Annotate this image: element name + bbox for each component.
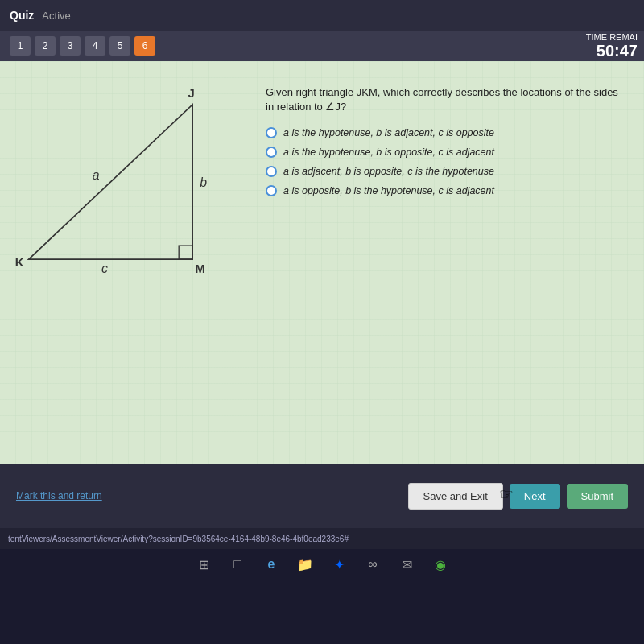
taskbar-windows-icon[interactable]: ⊞ [195,555,213,573]
nav-btn-5[interactable]: 5 [109,36,130,56]
answer-text-4: a is opposite, b is the hypotenuse, c is… [283,185,494,196]
label-c: c [101,262,108,275]
bottom-buttons: Save and Exit Next Submit [408,483,628,510]
answer-option-3[interactable]: a is adjacent, b is opposite, c is the h… [266,166,628,177]
next-button[interactable]: Next [510,484,560,509]
nav-bar: 123456 TIME REMAI 50:47 [0,31,644,61]
taskbar-dropbox-icon[interactable]: ✦ [330,555,348,573]
nav-btn-6[interactable]: 6 [134,36,155,56]
taskbar-task-icon[interactable]: □ [229,555,246,573]
svg-rect-1 [179,246,192,259]
answer-text-3: a is adjacent, b is opposite, c is the h… [283,166,494,177]
triangle-area: a b c J K M [8,77,250,287]
label-a: a [93,168,100,182]
triangle-svg: a b c J K M [8,77,250,287]
question-text: Given right triangle JKM, which correctl… [266,85,628,114]
taskbar: ⊞ □ e 📁 ✦ ∞ ✉ ◉ [0,549,644,580]
answer-text-2: a is the hypotenuse, b is opposite, c is… [283,147,494,158]
answer-options: a is the hypotenuse, b is adjacent, c is… [266,127,628,196]
answer-option-1[interactable]: a is the hypotenuse, b is adjacent, c is… [266,127,628,138]
main-content: a b c J K M Given right triangle JKM, wh… [0,61,644,464]
nav-btn-3[interactable]: 3 [60,36,80,56]
time-remaining-label: TIME REMAI [586,32,638,42]
url-bar: tentViewers/AssessmentViewer/Activity?se… [0,528,644,549]
top-bar: Quiz Active [0,0,644,31]
radio-3[interactable] [266,166,277,177]
taskbar-edge-icon[interactable]: e [262,555,280,573]
vertex-m: M [196,262,205,275]
bottom-bar: Mark this and return Save and Exit Next … [0,464,644,528]
radio-1[interactable] [266,127,277,138]
vertex-j: J [188,87,194,100]
taskbar-folder-icon[interactable]: 📁 [296,555,314,573]
answer-text-1: a is the hypotenuse, b is adjacent, c is… [283,127,494,138]
submit-button[interactable]: Submit [567,484,628,509]
taskbar-mail-icon[interactable]: ✉ [398,555,415,573]
mark-return-link[interactable]: Mark this and return [16,490,102,502]
answer-option-2[interactable]: a is the hypotenuse, b is opposite, c is… [266,147,628,158]
nav-btn-2[interactable]: 2 [35,36,56,56]
vertex-k: K [15,256,24,269]
taskbar-infinity-icon[interactable]: ∞ [364,555,382,573]
svg-marker-0 [29,105,192,259]
time-value: 50:47 [586,42,638,60]
taskbar-chrome-icon[interactable]: ◉ [431,555,449,573]
label-b: b [200,175,207,189]
save-exit-button[interactable]: Save and Exit [408,483,503,510]
quiz-label: Quiz [10,9,34,22]
radio-2[interactable] [266,147,277,158]
question-nav: 123456 [10,36,155,56]
nav-btn-1[interactable]: 1 [10,36,31,56]
time-remaining: TIME REMAI 50:47 [586,32,638,60]
nav-btn-4[interactable]: 4 [85,36,105,56]
radio-4[interactable] [266,185,277,196]
answer-option-4[interactable]: a is opposite, b is the hypotenuse, c is… [266,185,628,196]
url-text: tentViewers/AssessmentViewer/Activity?se… [8,535,349,543]
question-area: Given right triangle JKM, which correctl… [266,77,636,213]
active-label: Active [42,10,70,22]
